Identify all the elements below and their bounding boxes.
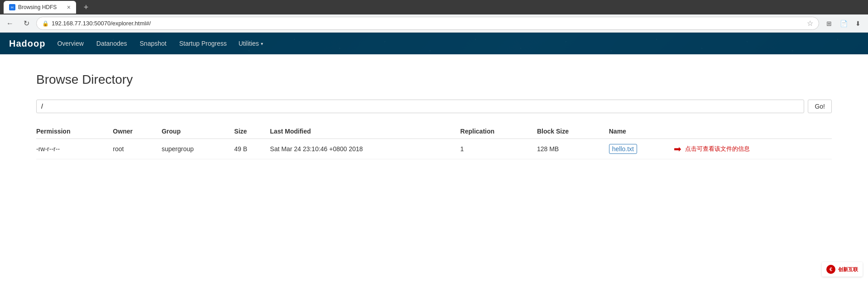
browser-tab[interactable]: H Browsing HDFS × xyxy=(4,1,76,14)
file-link[interactable]: hello.txt xyxy=(609,144,637,154)
col-header-size: Size xyxy=(234,124,270,139)
table-row: -rw-r--r-- root supergroup 49 B Sat Mar … xyxy=(36,139,832,159)
cell-size: 49 B xyxy=(234,139,270,159)
cell-permission: -rw-r--r-- xyxy=(36,139,113,159)
tab-favicon: H xyxy=(9,4,15,10)
nav-brand: Hadoop xyxy=(9,38,45,49)
col-header-replication: Replication xyxy=(460,124,537,139)
cell-annotation: ➡ 点击可查看该文件的信息 xyxy=(674,139,832,159)
annotation-text: 点击可查看该文件的信息 xyxy=(685,145,750,153)
nav-background: Hadoop Overview Datanodes Snapshot Start… xyxy=(0,33,868,54)
extensions-icon[interactable]: ⊞ xyxy=(823,17,835,30)
new-tab-button[interactable]: + xyxy=(80,1,92,14)
cell-name[interactable]: hello.txt xyxy=(609,139,674,159)
star-icon[interactable]: ☆ xyxy=(807,19,813,28)
address-bar-input[interactable] xyxy=(52,20,804,27)
toolbar-icons: ⊞ 📄 ⬇ xyxy=(823,17,864,30)
col-header-owner: Owner xyxy=(113,124,162,139)
col-header-annotation xyxy=(674,124,832,139)
nav-link-overview[interactable]: Overview xyxy=(56,38,84,49)
nav-dropdown-utilities[interactable]: Utilities ▾ xyxy=(239,40,263,47)
annotation-row: ➡ 点击可查看该文件的信息 xyxy=(674,143,826,154)
path-input[interactable] xyxy=(36,100,804,113)
path-row: Go! xyxy=(36,100,832,113)
cell-group: supergroup xyxy=(162,139,234,159)
browser-toolbar: ← ↻ 🔒 ☆ ⊞ 📄 ⬇ xyxy=(0,14,868,33)
cell-replication: 1 xyxy=(460,139,537,159)
cell-block-size: 128 MB xyxy=(537,139,609,159)
download-icon[interactable]: ⬇ xyxy=(852,17,864,30)
nav-link-snapshot[interactable]: Snapshot xyxy=(139,38,168,49)
tab-title: Browsing HDFS xyxy=(18,4,57,10)
page-title: Browse Directory xyxy=(36,72,832,87)
col-header-permission: Permission xyxy=(36,124,113,139)
cell-owner: root xyxy=(113,139,162,159)
col-header-group: Group xyxy=(162,124,234,139)
arrow-icon: ➡ xyxy=(674,143,681,154)
go-button[interactable]: Go! xyxy=(808,100,832,113)
lock-icon: 🔒 xyxy=(42,20,49,27)
back-button[interactable]: ← xyxy=(4,17,16,30)
browser-titlebar: H Browsing HDFS × + xyxy=(0,0,868,14)
col-header-name: Name xyxy=(609,124,674,139)
nav-link-datanodes[interactable]: Datanodes xyxy=(96,38,128,49)
tab-close-button[interactable]: × xyxy=(67,4,71,11)
main-navbar: Hadoop Overview Datanodes Snapshot Start… xyxy=(0,33,868,54)
watermark-text: 创新互联 xyxy=(838,266,858,273)
nav-link-startup-progress[interactable]: Startup Progress xyxy=(178,38,228,49)
nav-dropdown-label: Utilities xyxy=(239,40,259,47)
watermark: € 创新互联 xyxy=(822,262,863,277)
chevron-down-icon: ▾ xyxy=(261,41,263,46)
main-content: Browse Directory Go! Permission Owner Gr… xyxy=(0,54,868,272)
col-header-block-size: Block Size xyxy=(537,124,609,139)
directory-table: Permission Owner Group Size Last Modifie… xyxy=(36,124,832,159)
cell-last-modified: Sat Mar 24 23:10:46 +0800 2018 xyxy=(270,139,460,159)
footer: Hadoop, 2014. xyxy=(0,272,868,282)
table-header-row: Permission Owner Group Size Last Modifie… xyxy=(36,124,832,139)
refresh-button[interactable]: ↻ xyxy=(20,17,33,30)
pdf-icon[interactable]: 📄 xyxy=(837,17,850,30)
col-header-last-modified: Last Modified xyxy=(270,124,460,139)
address-bar-wrapper: 🔒 ☆ xyxy=(36,17,819,30)
watermark-logo: € xyxy=(826,265,835,274)
